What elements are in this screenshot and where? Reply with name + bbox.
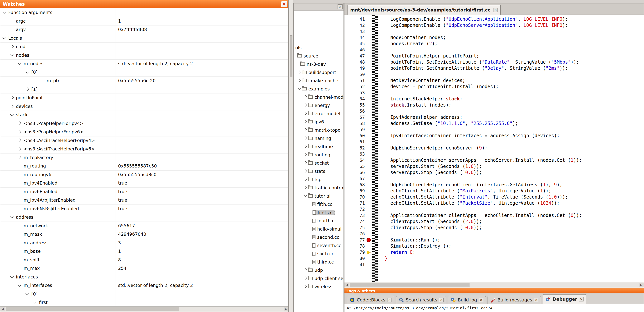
expanded-chevron-icon[interactable] bbox=[18, 61, 21, 65]
line-number[interactable]: 80 bbox=[344, 255, 365, 261]
collapsed-chevron-icon[interactable] bbox=[304, 153, 307, 156]
line-number[interactable]: 44 bbox=[344, 34, 365, 41]
watch-row[interactable]: m_ipv4ArpJitterEnabledtrue bbox=[0, 196, 288, 205]
editor-scroll-right-arrow-icon[interactable]: ▶ bbox=[639, 283, 644, 287]
watch-row[interactable]: m_ipv4Enabledtrue bbox=[0, 179, 288, 188]
collapsed-chevron-icon[interactable] bbox=[10, 45, 14, 48]
watch-row[interactable]: m_max254 bbox=[0, 264, 288, 273]
management-vscroll-thumb[interactable] bbox=[290, 35, 292, 77]
editor-hscroll-thumb[interactable] bbox=[350, 283, 470, 287]
watch-row[interactable]: stack bbox=[0, 111, 288, 119]
tree-item-cmake-cache[interactable]: cmake_cache bbox=[294, 76, 344, 85]
code-line[interactable]: 76 bbox=[344, 231, 644, 237]
expanded-chevron-icon[interactable] bbox=[2, 36, 6, 39]
code-line[interactable]: 55 stack.Install (nodes); bbox=[344, 102, 644, 108]
scroll-right-arrow-icon[interactable]: ▶ bbox=[284, 307, 288, 312]
tree-item-socket[interactable]: socket bbox=[294, 159, 344, 167]
tab-close-icon[interactable]: × bbox=[387, 298, 392, 302]
tree-item-traffic-contro[interactable]: traffic-contro bbox=[294, 184, 344, 192]
watch-row[interactable]: first bbox=[0, 298, 288, 307]
watch-row[interactable]: m_nodesstd::vector of length 2, capacity… bbox=[0, 60, 288, 68]
line-number[interactable]: 53 bbox=[344, 90, 365, 96]
collapsed-chevron-icon[interactable] bbox=[298, 79, 301, 82]
tree-item-routing[interactable]: routing bbox=[294, 151, 344, 159]
watch-row[interactable]: address bbox=[0, 213, 288, 222]
tree-item-tcp[interactable]: tcp bbox=[294, 175, 344, 184]
collapsed-chevron-icon[interactable] bbox=[304, 186, 307, 189]
watches-hscroll-thumb[interactable] bbox=[6, 307, 179, 311]
watch-row[interactable]: [1] bbox=[0, 85, 288, 94]
tree-item-wireless[interactable]: wireless bbox=[294, 283, 344, 291]
editor-scroll-left-arrow-icon[interactable]: ◀ bbox=[344, 283, 349, 287]
expanded-chevron-icon[interactable] bbox=[10, 275, 14, 278]
code-line[interactable]: 52 devices = pointToPoint.Install (nodes… bbox=[344, 84, 644, 90]
logs-tab-build-log[interactable]: Build log× bbox=[448, 296, 486, 304]
watch-row[interactable]: m_shift8 bbox=[0, 256, 288, 265]
code-line[interactable]: 42 LogComponentEnable ("UdpEchoServerApp… bbox=[344, 22, 644, 28]
code-line[interactable]: 72 bbox=[344, 206, 644, 212]
tree-item-source[interactable]: source bbox=[294, 52, 344, 60]
code-line[interactable]: 59 bbox=[344, 127, 644, 133]
code-line[interactable]: 41 LogComponentEnable ("UdpEchoClientApp… bbox=[344, 16, 644, 22]
expanded-chevron-icon[interactable] bbox=[2, 10, 6, 14]
collapsed-chevron-icon[interactable] bbox=[304, 104, 307, 107]
watch-row[interactable]: <ns3::AsciiTraceHelperForIpv6> bbox=[0, 145, 288, 154]
collapsed-chevron-icon[interactable] bbox=[304, 137, 307, 140]
line-number[interactable]: 71 bbox=[344, 200, 365, 206]
line-number[interactable]: 74 bbox=[344, 218, 365, 225]
code-line[interactable]: 48 pointToPoint.SetDeviceAttribute ("Dat… bbox=[344, 59, 644, 65]
collapsed-chevron-icon[interactable] bbox=[304, 268, 307, 271]
line-number[interactable]: 41 bbox=[344, 16, 365, 22]
line-number[interactable]: 75 bbox=[344, 225, 365, 231]
watch-row[interactable]: interfaces bbox=[0, 273, 288, 282]
tree-item-ols[interactable]: ols bbox=[294, 43, 344, 52]
tree-item-tutorial[interactable]: tutorial bbox=[294, 192, 344, 200]
editor-tab-close-icon[interactable]: × bbox=[493, 8, 498, 12]
collapsed-chevron-icon[interactable] bbox=[304, 169, 307, 172]
line-number[interactable]: 51 bbox=[344, 77, 365, 84]
logs-tab-build-messages[interactable]: Build messages× bbox=[488, 296, 541, 304]
collapsed-chevron-icon[interactable] bbox=[10, 104, 14, 108]
collapsed-chevron-icon[interactable] bbox=[10, 96, 14, 99]
line-number[interactable]: 67 bbox=[344, 175, 365, 182]
logs-tab-debugger[interactable]: Debugger× bbox=[542, 294, 586, 304]
code-line[interactable]: 58 address.SetBase ("10.1.1.0", "255.255… bbox=[344, 120, 644, 127]
watch-row[interactable]: [0] bbox=[0, 68, 288, 77]
tab-close-icon[interactable]: × bbox=[439, 298, 444, 302]
code-line[interactable]: 62 UdpEchoServerHelper echoServer (9); bbox=[344, 145, 644, 151]
watch-row[interactable]: [0] bbox=[0, 290, 288, 299]
line-number[interactable]: 76 bbox=[344, 231, 365, 237]
line-number[interactable]: 54 bbox=[344, 96, 365, 102]
tree-item-energy[interactable]: energy bbox=[294, 101, 344, 109]
collapsed-chevron-icon[interactable] bbox=[18, 156, 21, 159]
line-number[interactable]: 68 bbox=[344, 182, 365, 188]
line-number[interactable]: 50 bbox=[344, 71, 365, 77]
code-line[interactable]: 65 serverApps.Start (Seconds (1.0)); bbox=[344, 163, 644, 169]
watch-row[interactable]: <ns3::AsciiTraceHelperForIpv4> bbox=[0, 137, 288, 145]
line-number[interactable]: 57 bbox=[344, 114, 365, 120]
collapsed-chevron-icon[interactable] bbox=[304, 178, 307, 181]
tree-item-channel-mod[interactable]: channel-mod bbox=[294, 93, 344, 101]
expanded-chevron-icon[interactable] bbox=[33, 300, 37, 304]
logs-tab-code-blocks[interactable]: Code::Blocks× bbox=[347, 296, 394, 304]
line-number[interactable]: 69 bbox=[344, 188, 365, 194]
watch-row[interactable]: m_address3 bbox=[0, 239, 288, 247]
expanded-chevron-icon[interactable] bbox=[26, 70, 29, 73]
expanded-chevron-icon[interactable] bbox=[10, 215, 14, 218]
tree-item-second-cc[interactable]: second.cc bbox=[294, 233, 344, 241]
tree-item-realtime[interactable]: realtime bbox=[294, 142, 344, 151]
tree-item-matrix-topol[interactable]: matrix-topol bbox=[294, 126, 344, 134]
watches-title-bar[interactable]: Watches × bbox=[0, 0, 288, 8]
watch-row[interactable]: nodes bbox=[0, 51, 288, 60]
code-line[interactable]: 81 bbox=[344, 261, 644, 268]
code-line[interactable]: 66 serverApps.Stop (Seconds (10.0)); bbox=[344, 169, 644, 175]
code-line[interactable]: 68 UdpEchoClientHelper echoClient (inter… bbox=[344, 182, 644, 188]
code-line[interactable]: 53 bbox=[344, 90, 644, 96]
code-line[interactable]: 75 clientApps.Stop (Seconds (10.0)); bbox=[344, 225, 644, 231]
tree-item-sixth-cc[interactable]: sixth.cc bbox=[294, 250, 344, 258]
line-number[interactable]: 77 bbox=[344, 237, 365, 243]
watch-row[interactable]: Function arguments bbox=[0, 8, 288, 17]
tree-item-ns-3-dev[interactable]: ns-3-dev bbox=[294, 60, 344, 68]
code-line[interactable]: 51 NetDeviceContainer devices; bbox=[344, 77, 644, 84]
tree-item-ipv6[interactable]: ipv6 bbox=[294, 118, 344, 126]
